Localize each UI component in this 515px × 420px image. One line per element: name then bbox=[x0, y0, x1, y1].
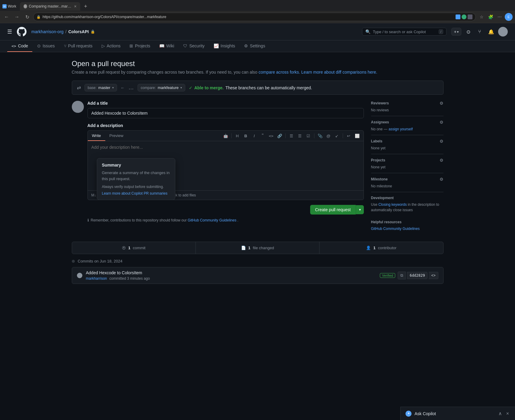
hamburger-button[interactable]: ☰ bbox=[7, 28, 12, 35]
closing-keywords-link[interactable]: Closing keywords bbox=[378, 202, 407, 207]
tooltip-link[interactable]: Learn more about Copilot PR summaries bbox=[102, 191, 167, 196]
undo-button[interactable]: ↩ bbox=[345, 132, 353, 140]
verified-badge: Verified bbox=[380, 273, 395, 278]
github-extension-icon[interactable] bbox=[456, 14, 460, 19]
mention-button[interactable]: @ bbox=[325, 132, 332, 140]
quote-button[interactable]: " bbox=[259, 132, 267, 140]
sidebar-assignees-section: Assignees ⚙ No one — assign yourself bbox=[371, 116, 443, 135]
community-guidelines-sidebar-link[interactable]: GitHub Community Guidelines bbox=[371, 227, 420, 231]
sidebar-labels-section: Labels ⚙ None yet bbox=[371, 135, 443, 154]
profile-icon[interactable]: ☆ bbox=[478, 13, 485, 21]
nav-item-actions[interactable]: ▷ Actions bbox=[97, 40, 125, 52]
more-options-icon[interactable]: ⋯ bbox=[496, 13, 504, 21]
user-avatar[interactable] bbox=[498, 27, 508, 37]
files-stat[interactable]: 📄 1 file changed bbox=[196, 242, 319, 254]
repo-link[interactable]: ColorsAPI bbox=[68, 29, 89, 34]
nav-item-issues[interactable]: ⊙ Issues bbox=[33, 40, 59, 52]
reviewers-gear-icon[interactable]: ⚙ bbox=[440, 101, 443, 106]
commit-title: Added Hexcode to ColorsItem bbox=[86, 270, 377, 275]
address-bar-icons bbox=[456, 14, 472, 19]
nav-label-code: Code bbox=[18, 43, 28, 48]
nav-item-security[interactable]: 🛡 Security bbox=[179, 40, 209, 52]
nav-label-settings: Settings bbox=[250, 43, 265, 48]
contributors-stat[interactable]: 👤 1 contributor bbox=[319, 242, 443, 254]
nav-item-settings[interactable]: ⚙ Settings bbox=[240, 40, 269, 52]
create-pr-dropdown-button[interactable]: ▾ bbox=[356, 205, 364, 214]
commit-author-link[interactable]: markharrison bbox=[86, 276, 107, 281]
heading-button[interactable]: H bbox=[234, 132, 241, 140]
copilot-toolbar-btn[interactable]: 🤖 bbox=[222, 132, 230, 140]
pull-requests-icon[interactable]: ⑂ bbox=[475, 27, 484, 36]
link-button[interactable]: 🔗 bbox=[276, 132, 284, 140]
view-diff-button[interactable]: <> bbox=[429, 272, 438, 279]
commit-count: 1 bbox=[128, 246, 130, 250]
branch-more-button[interactable]: … bbox=[129, 84, 134, 91]
pr-desc-label: Add a description bbox=[87, 123, 364, 128]
tasklist-button[interactable]: ☑ bbox=[304, 132, 312, 140]
ordered-list-button[interactable]: ☰ bbox=[288, 132, 295, 140]
checkmark-icon: ✓ bbox=[189, 85, 192, 90]
github-logo[interactable] bbox=[17, 27, 27, 37]
extension-icon[interactable] bbox=[468, 14, 472, 19]
commits-stat[interactable]: ⦿ 1 commit bbox=[72, 242, 196, 254]
italic-button[interactable]: I bbox=[250, 132, 258, 140]
assignees-gear-icon[interactable]: ⚙ bbox=[440, 120, 443, 125]
notifications-icon[interactable]: 🔔 bbox=[487, 27, 496, 36]
new-item-button[interactable]: + ▾ bbox=[451, 28, 461, 36]
bold-button[interactable]: B bbox=[242, 132, 250, 140]
copilot-collapse-button[interactable]: ∧ bbox=[497, 410, 503, 417]
fullscreen-button[interactable]: ⬜ bbox=[353, 132, 361, 140]
copilot-actions: ∧ × bbox=[497, 410, 510, 417]
commits-date-header: Commits on Jun 18, 2024 bbox=[72, 259, 443, 263]
file-count: 1 bbox=[248, 246, 250, 250]
milestone-gear-icon[interactable]: ⚙ bbox=[440, 177, 443, 182]
tab-favicon: G bbox=[24, 4, 27, 8]
labels-gear-icon[interactable]: ⚙ bbox=[440, 139, 443, 144]
org-link[interactable]: markharrison-org bbox=[31, 29, 64, 34]
compare-forks-link[interactable]: compare across forks. bbox=[259, 70, 300, 75]
copilot-label: Ask Copilot bbox=[415, 411, 436, 416]
base-branch-selector[interactable]: base: master ▾ bbox=[84, 84, 117, 91]
reference-button[interactable]: ↙ bbox=[333, 132, 341, 140]
back-button[interactable]: ← bbox=[2, 13, 11, 21]
copilot-close-button[interactable]: × bbox=[505, 410, 510, 417]
pr-title-input[interactable] bbox=[87, 108, 364, 118]
assign-yourself-link[interactable]: assign yourself bbox=[389, 127, 413, 131]
create-pull-request-button[interactable]: Create pull request bbox=[310, 205, 355, 215]
commit-hash-link[interactable]: 6dd2829 bbox=[407, 272, 428, 279]
code-button[interactable]: <> bbox=[267, 132, 275, 140]
nav-item-projects[interactable]: ⊞ Projects bbox=[125, 40, 154, 52]
pr-form-content: Add a title Add a description Write Prev… bbox=[87, 101, 364, 222]
browser-tabs: W Work G Comparing master...markfeature … bbox=[0, 0, 515, 11]
reload-button[interactable]: ↻ bbox=[23, 13, 31, 21]
search-bar[interactable]: 🔍 Type / to search or ask Copilot / bbox=[362, 28, 447, 36]
sidebar-milestone-section: Milestone ⚙ No milestone bbox=[371, 173, 443, 192]
forward-button[interactable]: → bbox=[13, 13, 21, 21]
extensions-icon[interactable]: 🧩 bbox=[487, 13, 494, 21]
pr-description-editor: Write Preview 🤖 H B I " bbox=[87, 130, 364, 200]
compare-branch-selector[interactable]: compare: markfeature ▾ bbox=[138, 84, 185, 91]
copy-commit-hash-button[interactable]: ⧉ bbox=[398, 272, 406, 279]
nav-item-wiki[interactable]: 📖 Wiki bbox=[155, 40, 178, 52]
nav-item-pull-requests[interactable]: ⑂ Pull requests bbox=[60, 40, 97, 52]
issues-icon[interactable]: ⊙ bbox=[464, 27, 473, 36]
new-tab-button[interactable]: + bbox=[81, 2, 90, 11]
preview-tab[interactable]: Preview bbox=[105, 131, 128, 141]
diff-comparisons-link[interactable]: Learn more about diff comparisons here. bbox=[301, 70, 377, 75]
toolbar-divider bbox=[231, 133, 232, 138]
write-tab[interactable]: Write bbox=[88, 131, 105, 141]
tab-close-button[interactable]: × bbox=[74, 4, 77, 9]
nav-label-wiki: Wiki bbox=[166, 43, 174, 48]
address-bar[interactable]: 🔒 https://github.com/markharrison-org/Co… bbox=[33, 13, 476, 21]
projects-gear-icon[interactable]: ⚙ bbox=[440, 158, 443, 163]
community-guidelines-link[interactable]: GitHub Community Guidelines bbox=[188, 218, 236, 222]
toolbar-divider2 bbox=[285, 133, 286, 138]
projects-header: Projects ⚙ bbox=[371, 158, 443, 163]
assignees-no-one: No one bbox=[371, 127, 383, 131]
nav-label-projects: Projects bbox=[135, 43, 150, 48]
nav-item-code[interactable]: <> Code bbox=[7, 40, 32, 52]
nav-item-insights[interactable]: 📈 Insights bbox=[209, 40, 239, 52]
browser-profile-avatar[interactable]: E bbox=[505, 13, 513, 21]
attach-file-button[interactable]: 📎 bbox=[316, 132, 324, 140]
unordered-list-button[interactable]: ☰ bbox=[296, 132, 304, 140]
